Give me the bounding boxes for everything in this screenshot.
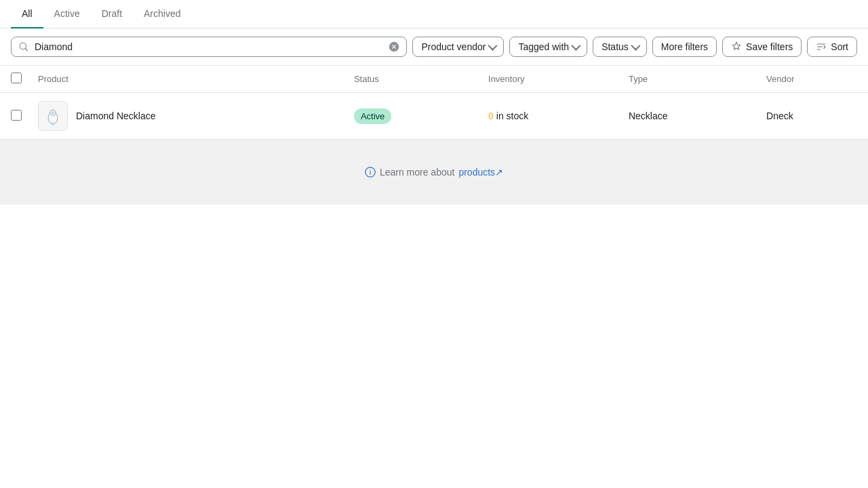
- tabs-bar: All Active Draft Archived: [0, 0, 868, 28]
- status-badge: Active: [354, 108, 391, 124]
- more-filters-button[interactable]: More filters: [652, 37, 717, 57]
- inventory-label: in stock: [496, 110, 528, 121]
- search-icon: [18, 41, 29, 52]
- tagged-with-filter-label: Tagged with: [518, 41, 569, 52]
- search-input[interactable]: [35, 41, 383, 52]
- status-filter-label: Status: [601, 41, 629, 52]
- inventory-column-header: Inventory: [477, 66, 618, 93]
- table-row[interactable]: Diamond Necklace Active 0 in stock Neckl…: [0, 93, 868, 140]
- vendor-column-header: Vendor: [755, 66, 868, 93]
- select-all-header: [0, 66, 27, 93]
- search-container: [11, 37, 407, 57]
- star-icon: [731, 41, 742, 52]
- select-all-checkbox[interactable]: [11, 73, 22, 83]
- sort-label: Sort: [831, 41, 848, 52]
- table-container: Product Status Inventory Type Vendor: [0, 65, 868, 140]
- tab-archived[interactable]: Archived: [133, 0, 191, 28]
- products-table: Product Status Inventory Type Vendor: [0, 65, 868, 140]
- save-filters-label: Save filters: [746, 41, 793, 52]
- learn-more-text: Learn more about: [380, 167, 455, 178]
- product-column-header: Product: [27, 66, 343, 93]
- tab-active[interactable]: Active: [43, 0, 91, 28]
- tab-draft[interactable]: Draft: [91, 0, 133, 28]
- tab-all[interactable]: All: [11, 0, 43, 28]
- type-column-header: Type: [618, 66, 755, 93]
- row-checkbox-cell: [0, 93, 27, 140]
- tagged-with-filter-button[interactable]: Tagged with: [509, 37, 587, 57]
- type-cell: Necklace: [618, 93, 755, 140]
- product-thumbnail: [38, 101, 68, 131]
- status-column-header: Status: [343, 66, 477, 93]
- svg-point-2: [52, 112, 54, 114]
- save-filters-button[interactable]: Save filters: [722, 37, 802, 57]
- footer-info: Learn more about products↗: [0, 140, 868, 205]
- chevron-down-icon: [488, 41, 498, 51]
- svg-point-5: [370, 170, 370, 171]
- page-container: All Active Draft Archived Product vendor: [0, 0, 868, 488]
- inventory-count: 0: [488, 110, 494, 121]
- more-filters-label: More filters: [661, 41, 708, 52]
- product-vendor-filter-label: Product vendor: [421, 41, 486, 52]
- info-icon: [365, 167, 376, 178]
- toolbar: Product vendor Tagged with Status More f…: [0, 28, 868, 65]
- chevron-down-icon: [631, 41, 640, 51]
- status-cell: Active: [343, 93, 477, 140]
- inventory-cell: 0 in stock: [477, 93, 618, 140]
- svg-point-3: [52, 123, 54, 125]
- status-filter-button[interactable]: Status: [593, 37, 647, 57]
- products-link[interactable]: products↗: [458, 167, 503, 178]
- clear-search-button[interactable]: [389, 41, 399, 52]
- row-checkbox[interactable]: [11, 110, 22, 121]
- sort-button[interactable]: Sort: [807, 37, 857, 57]
- product-vendor-filter-button[interactable]: Product vendor: [412, 37, 504, 57]
- vendor-cell: Dneck: [755, 93, 868, 140]
- product-cell: Diamond Necklace: [27, 93, 343, 140]
- chevron-down-icon: [571, 41, 580, 51]
- product-name: Diamond Necklace: [76, 110, 156, 121]
- sort-icon: [816, 41, 827, 52]
